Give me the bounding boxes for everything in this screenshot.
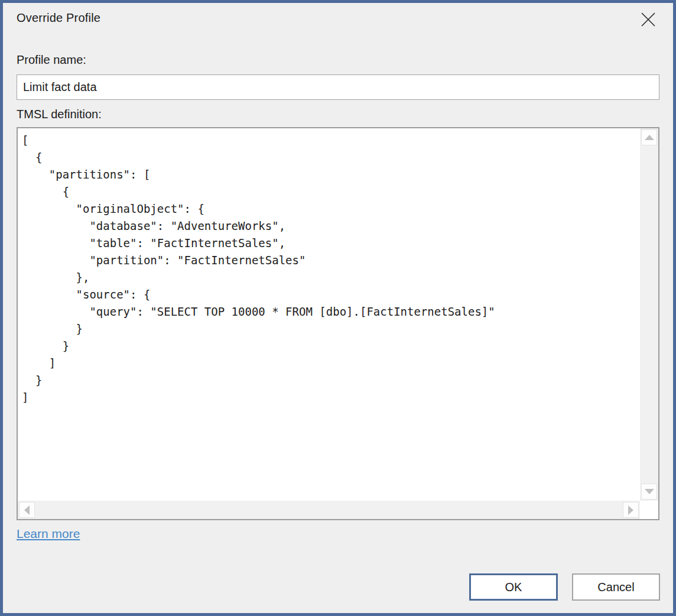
chevron-down-icon — [645, 489, 654, 494]
tmsl-definition-editor[interactable]: [ { "partitions": [ { "originalObject": … — [17, 127, 659, 520]
override-profile-dialog: Override Profile Profile name: TMSL defi… — [0, 0, 676, 616]
ok-button[interactable]: OK — [469, 573, 558, 601]
horizontal-scrollbar[interactable] — [18, 501, 640, 519]
cancel-button[interactable]: Cancel — [572, 573, 660, 601]
scroll-left-button[interactable] — [19, 502, 35, 518]
close-button[interactable] — [637, 8, 659, 31]
profile-name-input[interactable] — [17, 74, 659, 100]
tmsl-code-text: [ { "partitions": [ { "originalObject": … — [18, 128, 640, 406]
profile-name-label: Profile name: — [17, 53, 86, 67]
scroll-right-button[interactable] — [623, 502, 639, 518]
close-icon — [641, 12, 655, 27]
learn-more-link[interactable]: Learn more — [17, 527, 80, 541]
scroll-up-button[interactable] — [641, 129, 657, 145]
dialog-title: Override Profile — [17, 11, 100, 25]
chevron-up-icon — [645, 135, 654, 140]
chevron-right-icon — [628, 505, 633, 515]
scroll-down-button[interactable] — [641, 484, 657, 500]
chevron-left-icon — [24, 505, 30, 515]
tmsl-definition-label: TMSL definition: — [17, 108, 102, 121]
tmsl-code-area[interactable]: [ { "partitions": [ { "originalObject": … — [18, 128, 640, 501]
vertical-scrollbar[interactable] — [640, 128, 658, 501]
